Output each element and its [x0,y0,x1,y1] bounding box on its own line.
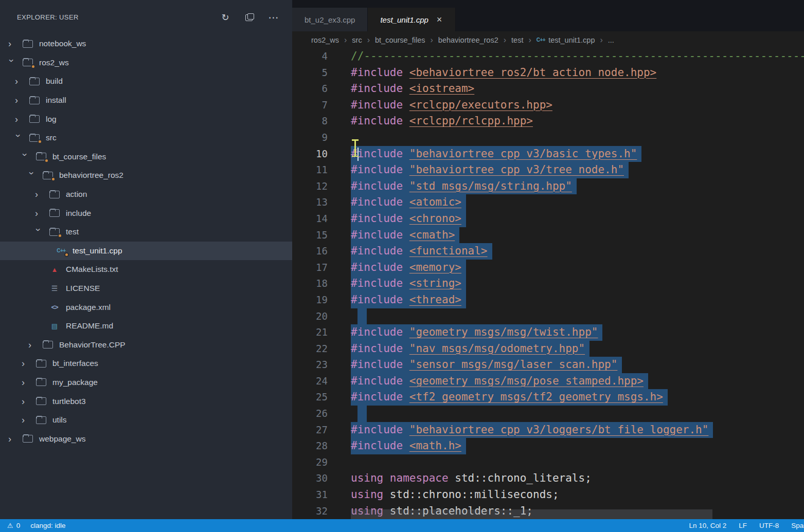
line-number: 6 [292,81,351,97]
code-line-23[interactable]: 23#include "sensor_msgs/msg/laser_scan.h… [292,357,804,373]
line-text: //--------------------------------------… [351,48,804,65]
code-line-6[interactable]: 6#include <iostream> [292,81,804,97]
tree-item-label: build [46,77,63,86]
tree-item-label: LICENSE [66,284,100,293]
code-editor[interactable]: 4//-------------------------------------… [292,48,804,519]
breadcrumb-item-behaviortree_ros2[interactable]: behaviortree_ros2 [438,36,498,44]
code-token: #include [351,99,409,111]
code-token: #include [351,375,409,387]
tree-item-behaviortree_ros2[interactable]: ›behaviortree_ros2 [0,166,292,185]
folder-icon [36,358,46,369]
close-icon[interactable]: × [436,14,443,25]
code-token: <functional> [409,245,488,257]
code-line-18[interactable]: 18#include <string> [292,276,804,292]
clangd-status[interactable]: clangd: idle [30,522,65,529]
code-line-31[interactable]: 31using std::chrono::milliseconds; [292,487,804,503]
line-number: 7 [292,97,351,114]
tree-item-notebook_ws[interactable]: ›notebook_ws [0,34,292,53]
breadcrumb-item-test_unit1.cpp[interactable]: C++test_unit1.cpp [537,36,595,44]
code-line-20[interactable]: 20 [292,308,804,325]
code-line-27[interactable]: 27#include "behaviortree_cpp_v3/loggers/… [292,422,804,438]
tree-item-README.md[interactable]: ▤README.md [0,317,292,336]
tree-item-build[interactable]: ›build [0,72,292,91]
editor-group: bt_u2_ex3.cpptest_unit1.cpp× ros2_ws›src… [292,0,804,519]
selection-highlight: #include "std_msgs/msg/string.hpp" [351,178,577,195]
code-line-10[interactable]: 10#include "behaviortree_cpp_v3/basic_ty… [292,146,804,162]
code-token: <memory> [409,261,461,273]
code-line-14[interactable]: 14#include <chrono> [292,211,804,227]
status-bar: ⚠ 0 clangd: idle Ln 10, Col 2 LF UTF-8 S… [0,519,804,532]
tree-item-bt_interfaces[interactable]: ›bt_interfaces [0,354,292,373]
code-line-21[interactable]: 21#include "geometry_msgs/msg/twist.hpp" [292,324,804,341]
tree-item-LICENSE[interactable]: ☰LICENSE [0,279,292,298]
indentation-indicator[interactable]: Spac [791,522,804,529]
code-line-8[interactable]: 8#include <rclcpp/rclcpp.hpp> [292,113,804,130]
code-line-29[interactable]: 29 [292,454,804,471]
code-line-9[interactable]: 9 [292,130,804,146]
tree-item-src[interactable]: ›src [0,129,292,148]
tree-item-test_unit1.cpp[interactable]: C++test_unit1.cpp [0,242,292,261]
cursor-position[interactable]: Ln 10, Col 2 [689,522,726,529]
code-line-16[interactable]: 16#include <functional> [292,243,804,260]
tree-item-CMakeLists.txt[interactable]: ▲CMakeLists.txt [0,260,292,279]
horizontal-scrollbar[interactable] [351,509,712,519]
line-number: 10 [292,146,351,162]
more-actions-icon[interactable]: ⋯ [269,12,279,23]
line-number: 29 [292,454,351,471]
tree-item-action[interactable]: ›action [0,185,292,204]
code-line-7[interactable]: 7#include <rclcpp/executors.hpp> [292,97,804,114]
tree-item-install[interactable]: ›install [0,91,292,110]
tree-item-label: bt_course_files [52,152,106,161]
code-line-13[interactable]: 13#include <atomic> [292,194,804,211]
tree-item-webpage_ws[interactable]: ›webpage_ws [0,429,292,448]
tree-item-my_package[interactable]: ›my_package [0,373,292,392]
breadcrumb-item-ros2_ws[interactable]: ros2_ws [311,36,339,44]
tree-item-utils[interactable]: ›utils [0,411,292,430]
code-line-11[interactable]: 11#include "behaviortree_cpp_v3/tree_nod… [292,162,804,178]
code-line-17[interactable]: 17#include <memory> [292,260,804,276]
selection-highlight: #include <math.h> [351,438,466,454]
code-line-25[interactable]: 25#include <tf2_geometry_msgs/tf2_geomet… [292,389,804,406]
text-caret [358,148,359,161]
breadcrumb-item-src[interactable]: src [352,36,362,44]
tab-test_unit1.cpp[interactable]: test_unit1.cpp× [368,8,456,31]
collapse-folders-icon[interactable] [244,12,255,23]
tree-item-test[interactable]: ›test [0,223,292,242]
breadcrumb-label: bt_course_files [375,36,425,44]
chevron-down-icon: › [14,133,23,149]
code-line-5[interactable]: 5#include <behaviortree_ros2/bt_action_n… [292,65,804,81]
folder-icon [23,39,33,49]
encoding-indicator[interactable]: UTF-8 [759,522,779,529]
tree-item-bt_course_files[interactable]: ›bt_course_files [0,148,292,167]
eol-indicator[interactable]: LF [739,522,747,529]
breadcrumb-item-bt_course_files[interactable]: bt_course_files [375,36,425,44]
tree-item-BehaviorTree.CPP[interactable]: ›BehaviorTree.CPP [0,336,292,355]
code-line-26[interactable]: 26 [292,406,804,422]
tree-item-label: README.md [66,321,113,331]
tree-item-log[interactable]: ›log [0,109,292,129]
tree-item-package.xml[interactable]: <>package.xml [0,298,292,317]
code-line-22[interactable]: 22#include "nav_msgs/msg/odometry.hpp" [292,341,804,357]
line-text: #include <tf2_geometry_msgs/tf2_geometry… [351,389,804,406]
code-line-19[interactable]: 19#include <thread> [292,292,804,308]
chevron-right-icon: › [21,397,36,406]
breadcrumb-item-...[interactable]: ... [608,36,614,44]
breadcrumb-label: behaviortree_ros2 [438,36,498,44]
code-line-30[interactable]: 30using namespace std::chrono_literals; [292,470,804,487]
tree-item-turtlebot3[interactable]: ›turtlebot3 [0,392,292,411]
problems-indicator[interactable]: ⚠ 0 [7,522,20,529]
code-line-4[interactable]: 4//-------------------------------------… [292,48,804,65]
tree-item-ros2_ws[interactable]: ›ros2_ws [0,53,292,72]
line-text: #include <thread> [351,292,804,308]
code-line-28[interactable]: 28#include <math.h> [292,438,804,454]
tree-item-include[interactable]: ›include [0,204,292,223]
code-line-12[interactable]: 12#include "std_msgs/msg/string.hpp" [292,178,804,195]
refresh-icon[interactable]: ↻ [220,12,230,23]
code-line-15[interactable]: 15#include <cmath> [292,227,804,244]
line-text: #include "nav_msgs/msg/odometry.hpp" [351,341,804,357]
code-line-24[interactable]: 24#include <geometry_msgs/msg/pose_stamp… [292,373,804,390]
line-text: #include "std_msgs/msg/string.hpp" [351,178,804,195]
breadcrumb-item-test[interactable]: test [511,36,523,44]
tab-bt_u2_ex3.cpp[interactable]: bt_u2_ex3.cpp [292,8,368,31]
line-text: using namespace std::chrono_literals; [351,470,804,487]
